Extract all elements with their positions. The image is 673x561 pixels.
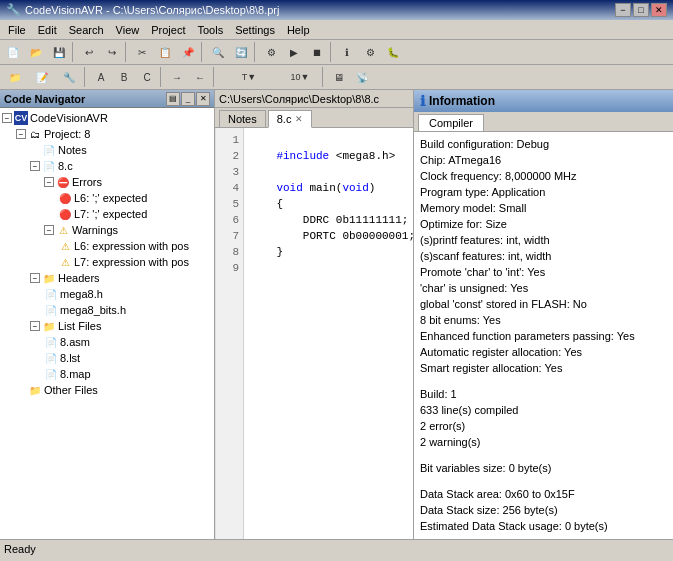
menu-view[interactable]: View bbox=[110, 22, 146, 38]
tree-8lst[interactable]: 📄 8.lst bbox=[2, 350, 212, 366]
tree-headers[interactable]: − 📁 Headers bbox=[2, 270, 212, 286]
expand-listfiles[interactable]: − bbox=[30, 321, 40, 331]
expand-8c[interactable]: − bbox=[30, 161, 40, 171]
tb2-btn6[interactable]: C bbox=[136, 67, 158, 87]
tree-error-l6[interactable]: 🔴 L6: ';' expected bbox=[2, 190, 212, 206]
status-bar: Ready bbox=[0, 539, 673, 557]
info-line-4: Memory model: Small bbox=[420, 200, 667, 216]
info-line-0: Build configuration: Debug bbox=[420, 136, 667, 152]
info-line-6: (s)printf features: int, width bbox=[420, 232, 667, 248]
tb2-btn5[interactable]: B bbox=[113, 67, 135, 87]
stop-button[interactable]: ⏹ bbox=[306, 42, 328, 62]
tb2-prog-btn[interactable]: 📡 bbox=[351, 67, 373, 87]
code-content[interactable]: #include <mega8.h> void main(void) { DDR… bbox=[244, 128, 413, 539]
tree-mega8h[interactable]: 📄 mega8.h bbox=[2, 286, 212, 302]
info-line-12: Enhanced function parameters passing: Ye… bbox=[420, 328, 667, 344]
open-button[interactable]: 📂 bbox=[25, 42, 47, 62]
compile-button[interactable]: ⚙ bbox=[260, 42, 282, 62]
undo-button[interactable]: ↩ bbox=[78, 42, 100, 62]
copy-button[interactable]: 📋 bbox=[154, 42, 176, 62]
build-button[interactable]: ▶ bbox=[283, 42, 305, 62]
redo-button[interactable]: ↪ bbox=[101, 42, 123, 62]
sep-3 bbox=[201, 42, 205, 62]
tree-8c-label: 8.c bbox=[58, 160, 73, 172]
tree-mega8bitsh[interactable]: 📄 mega8_bits.h bbox=[2, 302, 212, 318]
tree-listfiles[interactable]: − 📁 List Files bbox=[2, 318, 212, 334]
expand-headers[interactable]: − bbox=[30, 273, 40, 283]
line-num-7: 7 bbox=[220, 228, 239, 244]
info-title-text: Information bbox=[429, 94, 495, 108]
tree-errors[interactable]: − ⛔ Errors bbox=[2, 174, 212, 190]
settings-button[interactable]: ⚙ bbox=[359, 42, 381, 62]
warn-l7-icon: ⚠ bbox=[58, 255, 72, 269]
close-button[interactable]: ✕ bbox=[651, 3, 667, 17]
tree-warn-l7[interactable]: ⚠ L7: expression with pos bbox=[2, 254, 212, 270]
notes-icon: 📄 bbox=[42, 143, 56, 157]
tree-8asm[interactable]: 📄 8.asm bbox=[2, 334, 212, 350]
tb2-btn7[interactable]: → bbox=[166, 67, 188, 87]
menu-search[interactable]: Search bbox=[63, 22, 110, 38]
debug-button[interactable]: 🐛 bbox=[382, 42, 404, 62]
menu-edit[interactable]: Edit bbox=[32, 22, 63, 38]
tree-warn-l6[interactable]: ⚠ L6: expression with pos bbox=[2, 238, 212, 254]
info-line-18: 2 error(s) bbox=[420, 418, 667, 434]
panel-float-btn[interactable]: ▤ bbox=[166, 92, 180, 106]
expand-project[interactable]: − bbox=[16, 129, 26, 139]
code-area[interactable]: 1 2 3 4 5 6 7 8 9 #include <mega8.h> voi… bbox=[215, 128, 413, 539]
tree-8map[interactable]: 📄 8.map bbox=[2, 366, 212, 382]
menu-settings[interactable]: Settings bbox=[229, 22, 281, 38]
title-bar-controls: − □ ✕ bbox=[615, 3, 667, 17]
replace-button[interactable]: 🔄 bbox=[230, 42, 252, 62]
cut-button[interactable]: ✂ bbox=[131, 42, 153, 62]
info-line-25: Estimated Data Stack usage: 0 byte(s) bbox=[420, 518, 667, 534]
tree-8c[interactable]: − 📄 8.c bbox=[2, 158, 212, 174]
tree-error-l7[interactable]: 🔴 L7: ';' expected bbox=[2, 206, 212, 222]
information-panel: ℹ Information Compiler Build configurati… bbox=[413, 90, 673, 539]
tb2-btn3[interactable]: 🔧 bbox=[56, 67, 82, 87]
tb2-chip-btn[interactable]: 🖥 bbox=[328, 67, 350, 87]
tb2-btn8[interactable]: ← bbox=[189, 67, 211, 87]
info-tab-compiler[interactable]: Compiler bbox=[418, 114, 484, 131]
info-line-17: 633 line(s) compiled bbox=[420, 402, 667, 418]
status-text: Ready bbox=[4, 543, 36, 555]
panel-close-btn[interactable]: ✕ bbox=[196, 92, 210, 106]
tree-otherfiles[interactable]: 📁 Other Files bbox=[2, 382, 212, 398]
tb2-font-btn[interactable]: T▼ bbox=[219, 67, 279, 87]
tb2-btn2[interactable]: 📝 bbox=[29, 67, 55, 87]
tb2-size-btn[interactable]: 10▼ bbox=[280, 67, 320, 87]
paste-button[interactable]: 📌 bbox=[177, 42, 199, 62]
menu-project[interactable]: Project bbox=[145, 22, 191, 38]
tab-notes[interactable]: Notes bbox=[219, 110, 266, 127]
tree-warnings[interactable]: − ⚠ Warnings bbox=[2, 222, 212, 238]
tree-notes[interactable]: 📄 Notes bbox=[2, 142, 212, 158]
minimize-button[interactable]: − bbox=[615, 3, 631, 17]
tree-root[interactable]: − CV CodeVisionAVR bbox=[2, 110, 212, 126]
search-button[interactable]: 🔍 bbox=[207, 42, 229, 62]
maximize-button[interactable]: □ bbox=[633, 3, 649, 17]
menu-help[interactable]: Help bbox=[281, 22, 316, 38]
tree-project[interactable]: − 🗂 Project: 8 bbox=[2, 126, 212, 142]
tb2-btn4[interactable]: A bbox=[90, 67, 112, 87]
menu-tools[interactable]: Tools bbox=[191, 22, 229, 38]
tree-root-label: CodeVisionAVR bbox=[30, 112, 108, 124]
save-button[interactable]: 💾 bbox=[48, 42, 70, 62]
line-1 bbox=[250, 134, 257, 146]
8asm-icon: 📄 bbox=[44, 335, 58, 349]
tree-area: − CV CodeVisionAVR − 🗂 Project: 8 📄 Note… bbox=[0, 108, 214, 539]
error-l6-icon: 🔴 bbox=[58, 191, 72, 205]
expand-errors[interactable]: − bbox=[44, 177, 54, 187]
tree-notes-label: Notes bbox=[58, 144, 87, 156]
info-button[interactable]: ℹ bbox=[336, 42, 358, 62]
tab-code-label: 8.c bbox=[277, 113, 292, 125]
panel-min-btn[interactable]: _ bbox=[181, 92, 195, 106]
expand-root[interactable]: − bbox=[2, 113, 12, 123]
8map-icon: 📄 bbox=[44, 367, 58, 381]
tb2-btn1[interactable]: 📁 bbox=[2, 67, 28, 87]
tab-code[interactable]: 8.c ✕ bbox=[268, 110, 313, 128]
menu-file[interactable]: File bbox=[2, 22, 32, 38]
tab-code-close[interactable]: ✕ bbox=[295, 114, 303, 124]
new-button[interactable]: 📄 bbox=[2, 42, 24, 62]
expand-warnings[interactable]: − bbox=[44, 225, 54, 235]
toolbar-1: 📄 📂 💾 ↩ ↪ ✂ 📋 📌 🔍 🔄 ⚙ ▶ ⏹ ℹ ⚙ 🐛 bbox=[0, 40, 673, 65]
tree-otherfiles-label: Other Files bbox=[44, 384, 98, 396]
